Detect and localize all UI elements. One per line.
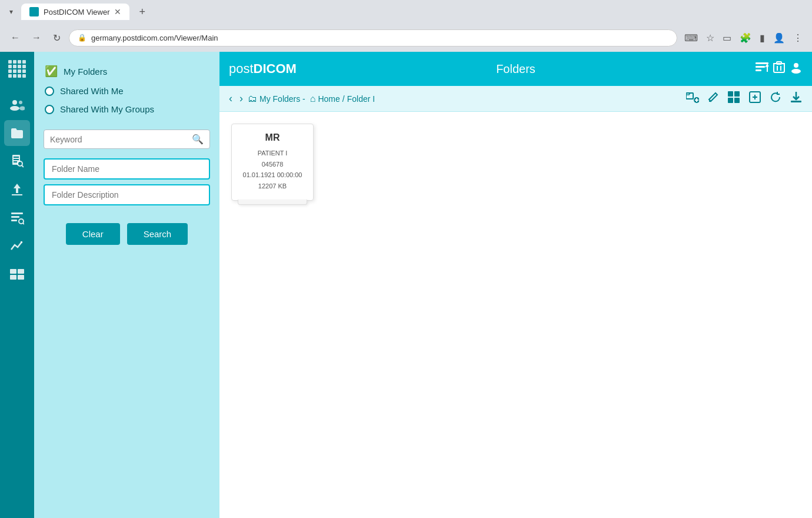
svg-point-0 (12, 100, 17, 105)
svg-rect-19 (18, 275, 24, 280)
svg-rect-21 (756, 66, 765, 68)
tab-close-button[interactable]: ✕ (114, 7, 121, 16)
filter-shared-with-me[interactable]: Shared With Me (44, 82, 210, 99)
sidebar-toggle-icon[interactable]: ▮ (757, 30, 767, 46)
download-button[interactable] (787, 88, 805, 109)
refresh-button[interactable] (767, 89, 784, 108)
browser-toolbar-icons: ⌨ ☆ ▭ 🧩 ▮ 👤 ⋮ (682, 30, 805, 46)
search-button[interactable]: Search (127, 223, 188, 245)
patient-name: PATIENT I (243, 148, 302, 159)
tab-dropdown[interactable]: ▾ (6, 5, 16, 18)
svg-point-14 (19, 219, 24, 224)
left-panel: ✅ My Folders Shared With Me Shared With … (34, 52, 219, 518)
app-header: postDICOM Folders (219, 52, 812, 86)
refresh-button[interactable]: ↻ (49, 30, 64, 46)
sidebar-item-folders[interactable] (4, 120, 30, 146)
app-logo: postDICOM (229, 61, 297, 77)
menu-icon[interactable]: ⋮ (791, 30, 805, 46)
svg-rect-13 (11, 220, 17, 221)
sidebar-item-upload[interactable] (4, 177, 30, 202)
tab-favicon (29, 7, 39, 16)
svg-line-15 (23, 223, 24, 224)
shared-with-groups-label: Shared With My Groups (60, 104, 154, 114)
breadcrumb-back-button[interactable]: ‹ (227, 91, 235, 106)
columns-button[interactable] (725, 88, 743, 109)
folder-name-input[interactable] (44, 158, 210, 180)
svg-rect-12 (11, 216, 19, 218)
svg-rect-18 (10, 275, 16, 280)
browser-tab: PostDICOM Viewer ✕ (21, 4, 129, 20)
pip-icon[interactable]: ▭ (720, 30, 734, 46)
back-button[interactable]: ← (7, 30, 24, 45)
svg-line-10 (22, 165, 24, 167)
svg-rect-39 (734, 98, 740, 103)
url-text: germany.postdicom.com/Viewer/Main (91, 34, 668, 42)
patient-date: 01.01.1921 00:00:00 (243, 170, 302, 181)
bookmark-icon[interactable]: ☆ (704, 30, 717, 46)
add2-button[interactable] (746, 88, 764, 109)
sidebar-item-search[interactable] (4, 205, 30, 231)
page-title: Folders (496, 62, 535, 76)
check-icon: ✅ (45, 65, 58, 78)
svg-rect-37 (734, 91, 740, 97)
svg-rect-38 (728, 98, 733, 103)
tab-title: PostDICOM Viewer (44, 8, 109, 16)
svg-rect-11 (11, 212, 23, 214)
keyword-search-icon[interactable]: 🔍 (192, 134, 204, 145)
breadcrumb-separator: / (342, 94, 345, 104)
user-account-icon[interactable] (790, 61, 803, 77)
filter-shared-with-groups[interactable]: Shared With My Groups (44, 101, 210, 118)
url-secure-icon: 🔒 (78, 34, 86, 42)
delete-icon[interactable] (773, 61, 785, 77)
translate-icon[interactable]: ⌨ (682, 30, 700, 46)
filter-my-folders[interactable]: ✅ My Folders (44, 61, 210, 81)
svg-rect-5 (14, 157, 19, 158)
clear-button[interactable]: Clear (66, 223, 120, 245)
keyword-search-box: 🔍 (44, 130, 210, 149)
shared-with-me-label: Shared With Me (60, 86, 124, 96)
svg-point-2 (19, 101, 22, 104)
breadcrumb-my-folders[interactable]: My Folders - (259, 94, 305, 104)
sidebar-logo (0, 52, 34, 86)
breadcrumb-forward-button[interactable]: › (237, 91, 245, 106)
svg-rect-20 (756, 62, 768, 64)
svg-rect-16 (10, 269, 16, 274)
sidebar-item-users[interactable] (4, 92, 30, 118)
folder-filter: ✅ My Folders Shared With Me Shared With … (44, 61, 210, 118)
breadcrumb-actions (684, 88, 805, 109)
logo-text: postDICOM (229, 61, 297, 77)
logo-grid (8, 60, 26, 78)
breadcrumb-folder-name[interactable]: Folder I (347, 94, 375, 104)
svg-point-1 (10, 106, 19, 111)
svg-rect-24 (774, 64, 784, 72)
svg-rect-36 (728, 91, 733, 97)
sidebar-item-analytics[interactable] (4, 233, 30, 259)
filter-inputs (44, 158, 210, 205)
folder-card-type: MR (265, 132, 280, 143)
edit-button[interactable] (705, 89, 721, 108)
content-area: MR PATIENT I 045678 01.01.1921 00:00:00 … (219, 112, 812, 518)
folder-card[interactable]: MR PATIENT I 045678 01.01.1921 00:00:00 … (231, 124, 314, 201)
svg-rect-17 (18, 269, 24, 274)
action-buttons: Clear Search (44, 223, 210, 245)
profile-icon[interactable]: 👤 (771, 30, 787, 46)
breadcrumb-bar: ‹ › 🗂 My Folders - ⌂ Home / Folder I (219, 86, 812, 112)
forward-button[interactable]: → (28, 30, 45, 45)
sidebar-icons (0, 52, 34, 518)
main-content: postDICOM Folders (219, 52, 812, 518)
sidebar-item-viewer[interactable] (4, 261, 30, 287)
sort-icon[interactable] (756, 61, 768, 77)
svg-rect-6 (14, 159, 19, 160)
extensions-icon[interactable]: 🧩 (737, 30, 754, 46)
new-tab-button[interactable]: + (134, 5, 150, 19)
svg-rect-22 (756, 69, 761, 71)
svg-point-30 (791, 69, 801, 74)
sidebar-item-documents[interactable] (4, 148, 30, 174)
logo-post-text: post (229, 61, 254, 76)
sidebar-nav (4, 86, 30, 518)
breadcrumb-home-label[interactable]: Home (318, 94, 340, 104)
svg-point-29 (794, 63, 798, 68)
add-folder-button[interactable] (684, 88, 701, 109)
folder-description-input[interactable] (44, 184, 210, 205)
keyword-input[interactable] (50, 135, 192, 144)
